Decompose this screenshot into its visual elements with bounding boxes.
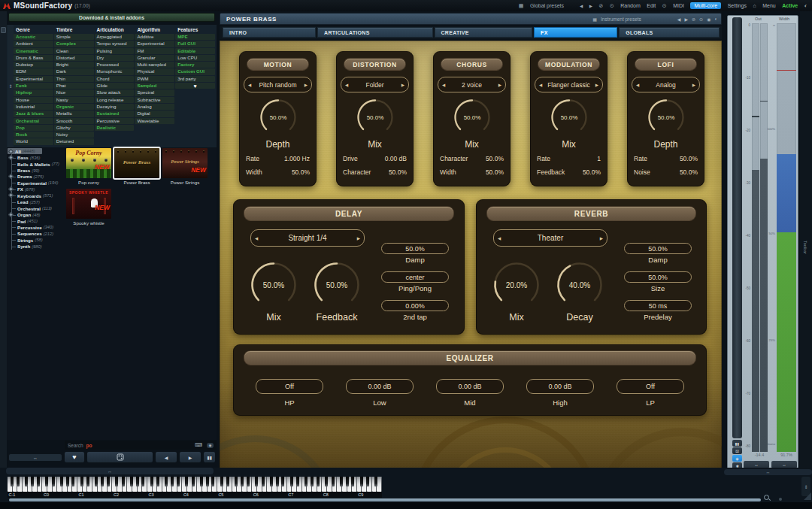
tag-metallic[interactable]: Metallic (54, 111, 94, 117)
tag-glide[interactable]: Glide (95, 83, 135, 89)
expander-icon[interactable] (8, 174, 14, 179)
download-addons-button[interactable]: Download & install addons (8, 13, 215, 22)
piano-key-black[interactable] (247, 477, 250, 486)
param-value[interactable]: 50.0% (680, 155, 698, 165)
info-icon[interactable]: ⊙ (662, 3, 667, 9)
eq-value-box[interactable]: Off (617, 379, 684, 394)
param-value[interactable]: 50.0% (486, 168, 504, 179)
tag-sampled[interactable]: Sampled (135, 83, 174, 89)
previous-preset-icon[interactable]: ◀ (580, 4, 583, 8)
enable-button[interactable]: ◉ (732, 455, 742, 462)
tag-jazz-blues[interactable]: Jazz & blues (14, 111, 53, 117)
previous-preset-button[interactable]: ◀ (155, 451, 177, 463)
next-option-icon[interactable]: ▶ (692, 83, 695, 87)
tag-spectral[interactable]: Spectral (135, 89, 174, 95)
piano-key-black[interactable] (122, 477, 125, 486)
knob-depth[interactable]: 50.0% (647, 98, 686, 137)
collapsed-side-strip[interactable] (0, 11, 7, 468)
piano-key-black[interactable] (130, 477, 133, 486)
piano-key-black[interactable] (317, 477, 320, 486)
tag-cinematic[interactable]: Cinematic (14, 48, 53, 54)
tag-dubstep[interactable]: Dubstep (14, 62, 53, 68)
tag-long-release[interactable]: Long release (95, 97, 135, 103)
tag-monophonic[interactable]: Monophonic (95, 68, 135, 74)
piano-key-black[interactable] (165, 477, 168, 486)
tag-distorted[interactable]: Distorted (54, 55, 94, 61)
search-bar[interactable]: Search po ⌨ ◉ (65, 441, 217, 450)
tab-fx[interactable]: FX (534, 27, 617, 38)
piano-key-black[interactable] (107, 477, 110, 486)
param-value[interactable]: 50.0% (389, 168, 407, 179)
next-instrument-preset-icon[interactable]: ▶ (684, 17, 688, 22)
tag-3rd-party[interactable]: 3rd party (175, 76, 215, 82)
tree-item-bells-mallets[interactable]: Bells & Mallets(77) (8, 161, 65, 167)
fx-type-selector[interactable]: ◀Flanger classic▶ (535, 77, 603, 92)
randomize-button[interactable]: ⚄ (732, 447, 742, 454)
eq-value-box[interactable]: 0.00 dB (526, 379, 594, 394)
piano-key-black[interactable] (255, 477, 258, 486)
home-icon[interactable]: ⌂ (753, 3, 756, 8)
tag-realistic[interactable]: Realistic (95, 125, 135, 131)
piano-key-white[interactable] (377, 477, 382, 492)
piano-key-black[interactable] (241, 477, 244, 486)
tag-industrial[interactable]: Industrial (14, 104, 53, 110)
piano-key-black[interactable] (262, 477, 265, 486)
preset-tile-power-brass[interactable]: Power BrassPower Brass (114, 148, 159, 186)
next-option-icon[interactable]: ▶ (401, 83, 404, 87)
tag-physical[interactable]: Physical (135, 68, 174, 74)
tree-item-drums[interactable]: Drums(275) (8, 174, 65, 180)
tag-low-cpu[interactable]: Low CPU (175, 55, 215, 61)
knob-depth[interactable]: 50.0% (259, 98, 298, 137)
tag-wavetable[interactable]: Wavetable (135, 118, 174, 124)
tag-full-gui[interactable]: Full GUI (175, 41, 215, 47)
tag-digital[interactable]: Digital (135, 111, 174, 117)
tag-percussive[interactable]: Percussive (95, 118, 135, 124)
tag-mpe[interactable]: MPE (175, 34, 215, 40)
tag-smooth[interactable]: Smooth (54, 118, 94, 124)
knob-mix[interactable]: 20.0% (492, 261, 541, 309)
piano-key-black[interactable] (45, 477, 48, 486)
piano-key-black[interactable] (200, 477, 203, 486)
piano-key-black[interactable] (115, 477, 118, 486)
param-value[interactable]: 50.0% (292, 168, 310, 179)
piano-key-black[interactable] (340, 477, 343, 486)
piano-key-black[interactable] (220, 477, 223, 486)
tag-experimental[interactable]: Experimental (14, 76, 53, 82)
knob-mix[interactable]: 50.0% (453, 98, 492, 137)
fx-type-selector[interactable]: ◀2 voice▶ (438, 77, 506, 92)
clear-search-icon[interactable]: ◉ (207, 443, 214, 448)
param-value[interactable]: 0.00 dB (385, 155, 407, 165)
piano-key-black[interactable] (95, 477, 98, 486)
pause-browser-button[interactable]: ▮▮ (203, 451, 216, 463)
random-button[interactable]: Random (620, 3, 640, 8)
piano-key-black[interactable] (177, 477, 180, 486)
value-box-2nd-tap[interactable]: 0.00% (381, 300, 449, 311)
tag-bright[interactable]: Bright (54, 62, 94, 68)
favorite-button[interactable]: ♥ (64, 451, 85, 463)
preset-tile-spooky-whistle[interactable]: SPOOKY WHISTLENEWSpooky whistle (66, 189, 111, 226)
piano-key-black[interactable] (192, 477, 195, 486)
toolbar-strip[interactable]: Toolbar (800, 11, 812, 470)
copy-icon[interactable]: ⊙ (699, 17, 703, 22)
next-option-icon[interactable]: ▶ (304, 83, 308, 87)
expander-icon[interactable] (8, 155, 14, 160)
piano-key-black[interactable] (281, 477, 284, 486)
tree-item-pad[interactable]: Pad(451) (8, 218, 65, 224)
value-box-predelay[interactable]: 50 ms (624, 300, 692, 311)
panel-collapse-icon[interactable] (1, 27, 6, 33)
pause-meters-button[interactable]: ▮▮ (732, 440, 742, 447)
piano-key-black[interactable] (290, 477, 293, 486)
tree-item-organ[interactable]: Organ(48) (8, 211, 65, 217)
fx-type-selector[interactable]: ◀Theater▶ (493, 229, 607, 247)
tree-item-percussive[interactable]: Percussive(340) (8, 224, 65, 230)
piano-keyboard[interactable] (8, 477, 382, 492)
tree-item-keyboards[interactable]: Keyboards(571) (8, 192, 65, 198)
search-input-value[interactable]: po (86, 443, 92, 448)
piano-key-black[interactable] (150, 477, 153, 486)
tag-dark[interactable]: Dark (54, 68, 94, 74)
tab-globals[interactable]: GLOBALS (619, 27, 720, 38)
piano-key-black[interactable] (141, 477, 144, 486)
random-preset-button[interactable] (86, 451, 153, 463)
tag-detuned[interactable]: Detuned (54, 138, 94, 144)
tag-ambient[interactable]: Ambient (14, 41, 53, 47)
